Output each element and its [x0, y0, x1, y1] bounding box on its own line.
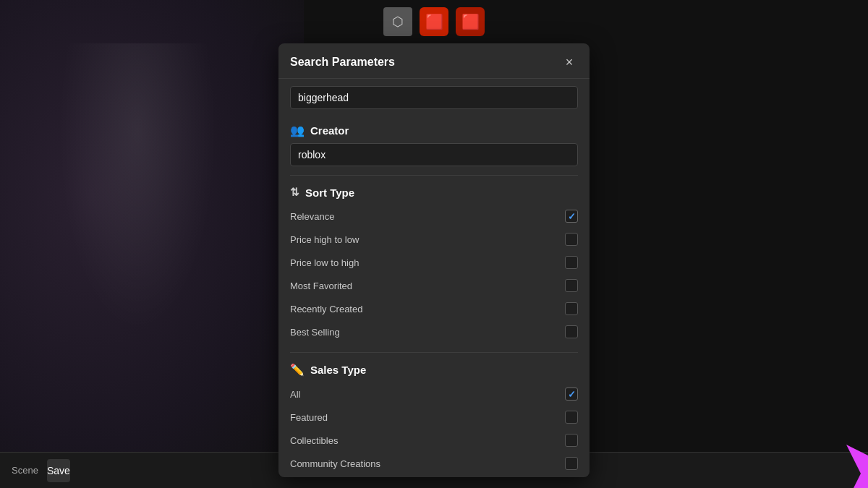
sales-featured-checkbox[interactable] [565, 411, 578, 424]
sort-price-low-high-checkbox[interactable] [565, 256, 578, 269]
sort-option-recently-created: Recently Created [290, 297, 578, 320]
sales-option-collectibles: Collectibles [290, 429, 578, 452]
search-input[interactable] [290, 86, 578, 109]
sales-community-creations-checkbox[interactable] [565, 457, 578, 470]
sort-option-best-selling: Best Selling [290, 320, 578, 343]
svg-marker-0 [846, 445, 868, 488]
sort-option-relevance-label: Relevance [290, 211, 334, 222]
sort-option-most-favorited-label: Most Favorited [290, 281, 352, 291]
sort-option-most-favorited: Most Favorited [290, 274, 578, 297]
sort-icon: ⇅ [290, 186, 299, 199]
sales-option-community-creations: Community Creations [290, 452, 578, 475]
creator-label: Creator [310, 124, 349, 137]
sort-option-price-high-low-label: Price high to low [290, 234, 359, 245]
sort-best-selling-checkbox[interactable] [565, 325, 578, 338]
creator-section-header: 👥 Creator [290, 116, 578, 143]
sales-all-checkbox[interactable] [565, 388, 578, 401]
sort-most-favorited-checkbox[interactable] [565, 279, 578, 292]
sort-option-price-high-low: Price high to low [290, 228, 578, 251]
sort-relevance-checkbox[interactable] [565, 210, 578, 223]
sales-icon: ✏️ [290, 363, 305, 377]
sales-collectibles-checkbox[interactable] [565, 434, 578, 447]
sort-option-best-selling-label: Best Selling [290, 327, 340, 338]
modal-title: Search Parameters [290, 56, 395, 69]
sales-type-label: Sales Type [310, 364, 366, 376]
creator-input[interactable] [290, 143, 578, 166]
sort-option-price-low-high-label: Price low to high [290, 257, 359, 268]
modal-header: Search Parameters × [278, 43, 590, 79]
creator-icon: 👥 [290, 124, 305, 137]
sales-option-premium: Premium [290, 475, 578, 477]
sales-divider [290, 352, 578, 353]
sort-option-relevance: Relevance [290, 205, 578, 228]
sort-divider [290, 175, 578, 176]
sort-type-header: ⇅ Sort Type [290, 179, 578, 205]
search-input-wrapper [278, 79, 590, 116]
modal-overlay: Search Parameters × 👥 Creator ⇅ Sort Typ… [0, 0, 868, 488]
sales-type-section: ✏️ Sales Type All Featured Collectibles [278, 352, 590, 477]
sales-type-header: ✏️ Sales Type [290, 356, 578, 382]
close-button[interactable]: × [561, 53, 578, 71]
sort-recently-created-checkbox[interactable] [565, 302, 578, 315]
sort-option-recently-created-label: Recently Created [290, 304, 362, 314]
sort-price-high-low-checkbox[interactable] [565, 233, 578, 246]
sales-option-featured: Featured [290, 406, 578, 429]
sales-option-collectibles-label: Collectibles [290, 435, 338, 446]
sales-option-community-creations-label: Community Creations [290, 458, 380, 469]
sales-option-featured-label: Featured [290, 412, 328, 423]
sort-type-section: ⇅ Sort Type Relevance Price high to low … [278, 175, 590, 349]
pink-arrow-svg [846, 445, 868, 488]
sales-option-all-label: All [290, 389, 300, 400]
creator-section: 👥 Creator [278, 116, 590, 172]
sales-option-all: All [290, 382, 578, 406]
sort-type-label: Sort Type [305, 187, 354, 199]
search-parameters-modal: Search Parameters × 👥 Creator ⇅ Sort Typ… [278, 43, 590, 477]
sort-option-price-low-high: Price low to high [290, 251, 578, 274]
